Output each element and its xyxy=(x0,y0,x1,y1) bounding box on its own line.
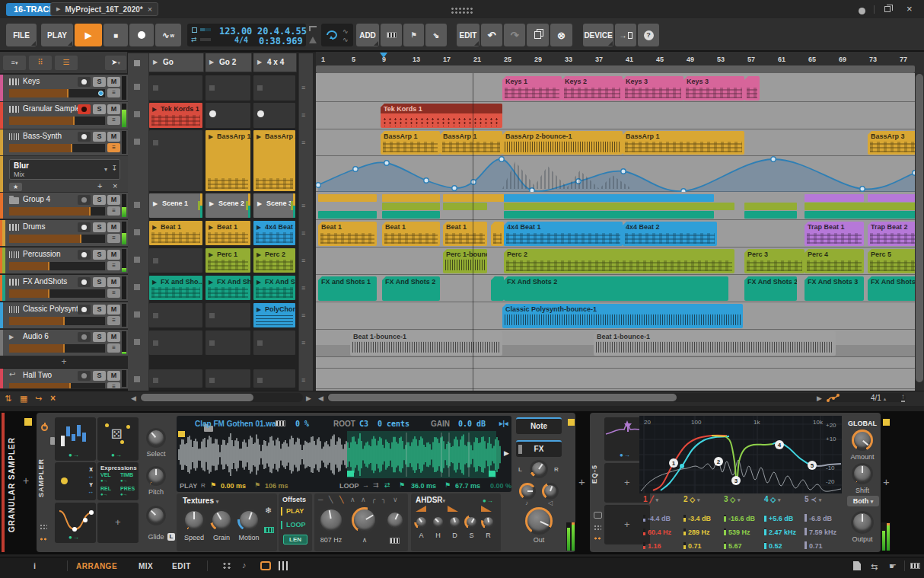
arranger-play-icon[interactable]: ▶ xyxy=(817,394,822,402)
arranger-clip[interactable]: Trap Beat 1 xyxy=(805,222,864,246)
record-button[interactable] xyxy=(129,24,154,46)
note-link-icon[interactable]: ♪ xyxy=(242,560,247,570)
pitch-knob[interactable] xyxy=(146,466,166,486)
eq-band-header[interactable]: 5 ≺ ▾ xyxy=(805,495,843,503)
duplicate-button[interactable] xyxy=(527,24,549,46)
arranger-clip[interactable]: 4x4 Beat 1 xyxy=(504,222,623,246)
mute-button[interactable]: M xyxy=(107,305,120,315)
scene-header[interactable]: ▶Go 2 xyxy=(206,53,252,72)
track-name[interactable]: Hall Two xyxy=(23,371,52,379)
arranger-clip[interactable]: FX And Shots 3 xyxy=(805,276,864,301)
track-menu-button[interactable]: ≡ xyxy=(107,116,120,125)
solo-button[interactable]: S xyxy=(93,104,106,114)
eq-band-gain[interactable]: -16.6 dB xyxy=(724,510,763,524)
filter-res-knob[interactable] xyxy=(352,507,378,533)
device-menu-button[interactable]: DEVICE xyxy=(583,24,613,46)
restore-window-icon2[interactable] xyxy=(887,5,893,11)
clip-slot[interactable]: ▶4x4 Beat 1 xyxy=(253,221,295,245)
redo-button[interactable]: ↷ xyxy=(504,24,525,46)
mute-button[interactable]: M xyxy=(107,132,120,142)
track-header[interactable]: FX AndShotsSM≡ xyxy=(0,275,128,302)
env-r-knob[interactable] xyxy=(481,515,495,529)
file-menu-button[interactable]: FILE xyxy=(6,24,37,46)
filter-keytrack-knob[interactable] xyxy=(385,510,405,530)
delete-button[interactable]: ⊗ xyxy=(550,24,572,46)
solo-button[interactable]: S xyxy=(93,195,106,205)
arranger-clip[interactable] xyxy=(744,76,760,101)
scene-row-menu[interactable]: ≡ xyxy=(301,284,305,292)
arranger-clip[interactable]: Keys 1 xyxy=(502,76,562,101)
record-arm-button[interactable] xyxy=(78,104,91,114)
mixer-grid-button[interactable]: ⠿ xyxy=(29,56,52,70)
track-header[interactable]: DrumsSM≡ xyxy=(0,220,128,247)
scene-row-menu[interactable]: ≡ xyxy=(301,139,305,146)
keytrack-icon[interactable] xyxy=(276,420,285,426)
insert-device-button[interactable]: → xyxy=(615,24,636,46)
textures-mode[interactable]: Textures ▾ xyxy=(183,497,218,505)
add-device-end-button[interactable]: + xyxy=(883,475,890,488)
arranger-clip[interactable]: Tek Kords 1 xyxy=(381,104,502,128)
scene-row-menu[interactable]: ≡ xyxy=(301,229,305,237)
record-arm-button[interactable] xyxy=(78,277,91,287)
scene-row-menu[interactable]: ≡ xyxy=(301,111,305,119)
solo-button[interactable]: S xyxy=(93,371,106,381)
filter-freq-value[interactable]: 807 Hz xyxy=(315,536,347,544)
clip-slot[interactable]: ▶BassArp 1 xyxy=(206,130,250,191)
mute-button[interactable]: M xyxy=(107,195,120,205)
clip-slot[interactable]: ▶Scene 3 xyxy=(253,193,295,218)
mute-button[interactable]: M xyxy=(107,77,120,87)
arranger-clip[interactable]: BassArp 1 xyxy=(440,131,502,155)
clip-slot[interactable]: ▶Beat 1 xyxy=(149,221,202,245)
eq-band-q[interactable]: 0.71 xyxy=(805,538,844,551)
solo-button[interactable]: S xyxy=(93,305,106,315)
clip-slot[interactable]: ▶Tek Kords 1 xyxy=(149,103,202,128)
punch-in-icon[interactable] xyxy=(309,26,317,31)
speed-knob[interactable] xyxy=(183,509,206,532)
launcher-scrollbar[interactable] xyxy=(140,393,303,402)
filter-shape-icon[interactable]: ╲ xyxy=(339,496,343,503)
out-knob[interactable] xyxy=(525,507,553,535)
expression-item[interactable]: TIMB xyxy=(120,472,133,477)
arranger-clip[interactable]: Beat 1 xyxy=(443,222,487,246)
position-value[interactable]: 20.4.4.55 xyxy=(257,26,307,37)
volume-fader[interactable] xyxy=(9,144,105,152)
solo-button[interactable]: S xyxy=(93,277,106,287)
clip-slot[interactable] xyxy=(206,369,250,388)
info-icon[interactable]: i xyxy=(33,561,36,570)
arranger-clip[interactable]: FX and Shots 1 xyxy=(318,276,377,301)
tempo-value[interactable]: 123.00 xyxy=(219,26,252,37)
close-window-icon[interactable]: × xyxy=(906,3,913,14)
clip-stop-button[interactable] xyxy=(134,311,140,318)
scene-header[interactable]: ▶Go xyxy=(149,53,204,72)
track-name[interactable]: FX AndShots xyxy=(23,277,67,286)
group-track-summary-clip[interactable] xyxy=(504,211,714,219)
clip-slot[interactable]: ▶FX And Sho... xyxy=(206,276,250,300)
clip-stop-button[interactable] xyxy=(134,84,140,90)
track-header[interactable]: ▶Audio 6SM≡ xyxy=(0,330,128,356)
track-menu-button[interactable]: ≡ xyxy=(107,143,120,152)
auto-arm-icon[interactable]: ⇅ xyxy=(5,394,11,404)
metronome-icon[interactable] xyxy=(192,27,197,33)
offset-item[interactable]: LOOP xyxy=(286,521,306,529)
stop-all-icon[interactable]: × xyxy=(50,393,56,404)
touch-icon[interactable]: ☛ xyxy=(889,561,897,571)
filter-shape-icon[interactable]: ╲ xyxy=(329,496,333,503)
clip-slot[interactable] xyxy=(253,75,295,101)
eq-band-header[interactable]: 4 ◇ ▾ xyxy=(764,495,802,503)
mute-button[interactable]: M xyxy=(107,371,120,381)
env-a-knob[interactable] xyxy=(414,515,429,529)
vel-sens-knob[interactable] xyxy=(542,483,559,500)
filter-shape-icon[interactable]: ∧ xyxy=(350,496,355,503)
metronome-toggle-icon[interactable] xyxy=(309,37,317,43)
view-tab-edit[interactable]: EDIT xyxy=(172,562,191,570)
modulator-steps[interactable]: ●→ xyxy=(55,417,96,461)
pan-knob[interactable] xyxy=(530,460,548,478)
track-name[interactable]: Granular Sampler xyxy=(23,104,83,113)
record-arm-button[interactable] xyxy=(78,77,91,87)
arranger-scroll-left[interactable]: ◀ xyxy=(318,394,323,402)
clip-slot[interactable] xyxy=(206,303,250,327)
clip-slot[interactable]: ▶BassArp 2 xyxy=(253,130,295,191)
loop-mode-pingpong-icon[interactable]: ⇄ xyxy=(384,481,390,489)
keyboard-panel-icon[interactable] xyxy=(910,563,920,569)
scene-row-menu[interactable]: ≡ xyxy=(301,257,305,264)
